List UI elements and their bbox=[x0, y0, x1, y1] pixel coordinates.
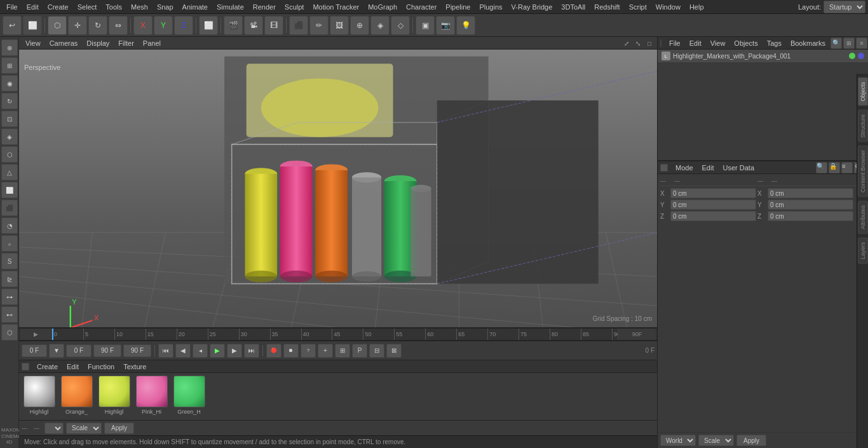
loop-button[interactable]: 🔴 bbox=[266, 344, 281, 358]
mat-menu-function[interactable]: Function bbox=[84, 362, 118, 371]
attr-search-icon[interactable]: 🔍 bbox=[816, 162, 827, 173]
x-pos-input[interactable] bbox=[670, 188, 756, 198]
sidebar-btn-7[interactable]: ⬡ bbox=[1, 146, 18, 163]
frame-end-input-1[interactable] bbox=[93, 344, 121, 357]
x-axis-button[interactable]: X bbox=[133, 16, 153, 35]
attr-scroll-icon[interactable]: ≡ bbox=[841, 162, 853, 173]
tab-layers[interactable]: Layers bbox=[858, 238, 868, 264]
menu-script[interactable]: Script bbox=[625, 2, 651, 12]
menu-help[interactable]: Help bbox=[686, 2, 708, 12]
sidebar-btn-17[interactable]: ⬡ bbox=[1, 324, 18, 341]
rotate-tool-button[interactable]: ↻ bbox=[88, 16, 107, 35]
menu-vray[interactable]: V-Ray Bridge bbox=[508, 2, 557, 12]
skip-to-end-button[interactable]: ⏭ bbox=[244, 344, 259, 358]
mat-menu-create[interactable]: Create bbox=[33, 362, 62, 371]
vp-ctrl-expand[interactable]: ⤢ bbox=[621, 38, 632, 48]
menu-3dtoall[interactable]: 3DToAll bbox=[557, 2, 589, 12]
obj-menu-edit[interactable]: Edit bbox=[686, 39, 705, 48]
apply-button[interactable]: Apply bbox=[104, 423, 134, 434]
menu-mograph[interactable]: MoGraph bbox=[364, 2, 401, 12]
play-motion4-button[interactable]: ⊟ bbox=[369, 344, 384, 358]
camera-btn[interactable]: 📷 bbox=[436, 16, 455, 35]
viewport-3d[interactable]: X Y Z Perspective Grid Spacing : 10 cm bbox=[19, 50, 657, 327]
frame-input-2[interactable] bbox=[66, 344, 92, 357]
z-axis-button[interactable]: Z bbox=[174, 16, 193, 35]
object-render-dot[interactable] bbox=[858, 53, 864, 59]
y-size-input[interactable] bbox=[768, 200, 853, 210]
y-axis-button[interactable]: Y bbox=[154, 16, 173, 35]
object-mode-button[interactable]: ⬜ bbox=[199, 16, 218, 35]
menu-sculpt[interactable]: Sculpt bbox=[281, 2, 308, 12]
play-motion-button[interactable]: + bbox=[318, 344, 333, 358]
play-motion2-button[interactable]: ⊞ bbox=[335, 344, 350, 358]
sidebar-btn-14[interactable]: ⊵ bbox=[1, 271, 18, 287]
cube-button[interactable]: ⬛ bbox=[289, 16, 308, 35]
menu-character[interactable]: Character bbox=[402, 2, 440, 12]
sidebar-btn-11[interactable]: ◔ bbox=[1, 217, 18, 234]
menu-select[interactable]: Select bbox=[74, 2, 101, 12]
material-item-3[interactable]: Highligl bbox=[97, 376, 132, 415]
attr-lock-icon[interactable]: 🔒 bbox=[829, 162, 840, 173]
obj-scroll-icon[interactable]: ≡ bbox=[856, 37, 867, 49]
texture-button[interactable]: 🖼 bbox=[330, 16, 349, 35]
menu-plugins[interactable]: Plugins bbox=[475, 2, 506, 12]
mat-menu-texture[interactable]: Texture bbox=[119, 362, 150, 371]
tab-structure[interactable]: Structure bbox=[858, 110, 868, 142]
deform-button[interactable]: ◇ bbox=[391, 16, 410, 35]
menu-window[interactable]: Window bbox=[652, 2, 684, 12]
clone-button[interactable]: ⊕ bbox=[350, 16, 369, 35]
material-item-1[interactable]: Highligl bbox=[22, 376, 57, 415]
tab-attributes[interactable]: Attributes bbox=[858, 201, 868, 234]
sidebar-btn-4[interactable]: ↻ bbox=[1, 93, 18, 109]
undo-button[interactable]: ↩ bbox=[3, 16, 22, 35]
menu-file[interactable]: File bbox=[3, 2, 22, 12]
layout-select[interactable]: Startup bbox=[824, 1, 865, 13]
attr-menu-userdata[interactable]: User Data bbox=[719, 163, 759, 172]
sidebar-btn-6[interactable]: ◈ bbox=[1, 128, 18, 145]
obj-menu-bookmarks[interactable]: Bookmarks bbox=[787, 39, 829, 48]
record-button[interactable]: ⏺ bbox=[283, 344, 299, 358]
sidebar-btn-1[interactable]: ⊕ bbox=[1, 39, 18, 56]
viewport[interactable]: View Cameras Display Filter Panel ⤢ ⤡ □ bbox=[19, 37, 657, 328]
vp-menu-display[interactable]: Display bbox=[83, 39, 113, 48]
vp-ctrl-maximize[interactable]: □ bbox=[644, 38, 654, 48]
play-button[interactable]: ▶ bbox=[210, 344, 225, 358]
menu-redshift[interactable]: Redshift bbox=[590, 2, 623, 12]
object-item[interactable]: L Highlighter_Markers_with_Package4_001 bbox=[658, 50, 868, 62]
sidebar-btn-12[interactable]: ⬦ bbox=[1, 235, 18, 252]
z-pos-input[interactable] bbox=[670, 211, 756, 221]
frame-end-input-2[interactable] bbox=[123, 344, 151, 357]
sidebar-btn-10[interactable]: ⬛ bbox=[1, 200, 18, 216]
attr-apply-button[interactable]: Apply bbox=[736, 435, 766, 446]
material-item-2[interactable]: Orange_ bbox=[59, 376, 94, 415]
skip-to-start-button[interactable]: ⏮ bbox=[158, 344, 173, 358]
sidebar-btn-13[interactable]: S bbox=[1, 253, 18, 269]
menu-snap[interactable]: Snap bbox=[153, 2, 177, 12]
play-motion5-button[interactable]: ⊠ bbox=[386, 344, 402, 358]
scale-tool-button[interactable]: ⇔ bbox=[109, 16, 128, 35]
scale-select[interactable]: Scale bbox=[66, 423, 102, 434]
sidebar-btn-15[interactable]: ⊶ bbox=[1, 288, 18, 305]
menu-create[interactable]: Create bbox=[44, 2, 72, 12]
sidebar-btn-16[interactable]: ⊷ bbox=[1, 306, 18, 323]
menu-tools[interactable]: Tools bbox=[102, 2, 126, 12]
material-item-5[interactable]: Green_H bbox=[172, 376, 207, 415]
mat-menu-edit[interactable]: Edit bbox=[63, 362, 83, 371]
current-frame-input[interactable] bbox=[22, 344, 47, 357]
object-visibility-dot[interactable] bbox=[849, 53, 855, 59]
play-reverse-button[interactable]: ◂ bbox=[193, 344, 208, 358]
tab-content-browser[interactable]: Content Browser bbox=[858, 146, 868, 197]
vp-menu-panel[interactable]: Panel bbox=[139, 39, 165, 48]
next-frame-button[interactable]: ▶ bbox=[227, 344, 242, 358]
vp-menu-filter[interactable]: Filter bbox=[114, 39, 137, 48]
obj-filter-icon[interactable]: ⊞ bbox=[843, 37, 855, 49]
frame-step-down-btn[interactable]: ▼ bbox=[49, 344, 64, 358]
vp-menu-cameras[interactable]: Cameras bbox=[46, 39, 82, 48]
x-size-input[interactable] bbox=[768, 188, 853, 198]
menu-simulate[interactable]: Simulate bbox=[213, 2, 248, 12]
z-size-input[interactable] bbox=[768, 211, 853, 221]
light-btn[interactable]: 💡 bbox=[456, 16, 475, 35]
render-btn2[interactable]: ▣ bbox=[416, 16, 435, 35]
y-pos-input[interactable] bbox=[670, 200, 756, 210]
play-motion3-button[interactable]: P bbox=[352, 344, 367, 358]
